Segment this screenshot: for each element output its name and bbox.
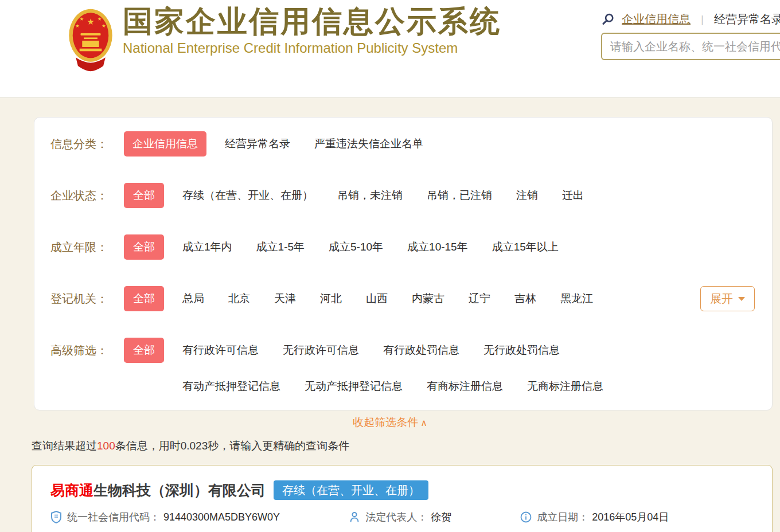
content-area: 信息分类： 企业信用信息 经营异常名录 严重违法失信企业名单 企业状态： 全部 … xyxy=(0,97,780,532)
svg-text:★: ★ xyxy=(98,17,102,22)
filter-option[interactable]: 注销 xyxy=(516,188,538,203)
result-count: 100 xyxy=(97,440,115,452)
search-icon[interactable] xyxy=(601,13,615,26)
company-name-link[interactable]: 易商通生物科技（深圳）有限公司 存续（在营、开业、在册） xyxy=(50,480,772,500)
filter-option[interactable]: 有动产抵押登记信息 xyxy=(182,379,280,394)
field-legal-person: 法定代表人： 徐贺 xyxy=(349,510,451,524)
expand-registry-button[interactable]: 展开 xyxy=(700,286,755,311)
field-label: 统一社会信用代码： xyxy=(67,510,160,524)
filter-option[interactable]: 成立1-5年 xyxy=(256,240,305,255)
filter-label: 成立年限： xyxy=(50,234,124,260)
filter-option[interactable]: 无商标注册信息 xyxy=(527,379,603,394)
filter-row-info-category: 信息分类： 企业信用信息 经营异常名录 严重违法失信企业名单 xyxy=(50,131,772,157)
expand-registry-label: 展开 xyxy=(710,291,733,307)
filter-options-column: 有行政许可信息 无行政许可信息 有行政处罚信息 无行政处罚信息 有动产抵押登记信… xyxy=(182,338,603,395)
filter-selected-enterprise-status[interactable]: 全部 xyxy=(124,183,164,208)
summary-prefix: 查询结果超过 xyxy=(32,440,97,452)
filter-panel: 信息分类： 企业信用信息 经营异常名录 严重违法失信企业名单 企业状态： 全部 … xyxy=(34,117,773,410)
filter-row-establish-years: 成立年限： 全部 成立1年内 成立1-5年 成立5-10年 成立10-15年 成… xyxy=(50,234,772,260)
filter-option[interactable]: 无行政许可信息 xyxy=(283,343,359,358)
field-value: 91440300MA5DBY6W0Y xyxy=(163,511,280,523)
filter-option[interactable]: 河北 xyxy=(320,291,342,306)
filter-option[interactable]: 吊销，未注销 xyxy=(337,188,403,203)
site-titles: 国家企业信用信息公示系统 National Enterprise Credit … xyxy=(123,5,501,56)
filter-option[interactable]: 总局 xyxy=(182,291,204,306)
summary-suffix: 条信息，用时0.023秒，请输入更精确的查询条件 xyxy=(115,440,350,452)
filter-option[interactable]: 有行政处罚信息 xyxy=(383,343,459,358)
filter-label: 企业状态： xyxy=(50,183,124,208)
status-badge: 存续（在营、开业、在册） xyxy=(274,480,428,500)
filter-row-enterprise-status: 企业状态： 全部 存续（在营、开业、在册） 吊销，未注销 吊销，已注销 注销 迁… xyxy=(50,183,772,208)
site-header: ★ ★ ★ ★ ★ 国家企业信用信息公示系统 National Enterpri… xyxy=(0,0,780,97)
filter-selected-establish-years[interactable]: 全部 xyxy=(124,234,164,260)
filter-label: 高级筛选： xyxy=(50,338,124,363)
filter-options: 有动产抵押登记信息 无动产抵押登记信息 有商标注册信息 无商标注册信息 xyxy=(182,378,603,395)
field-label: 法定代表人： xyxy=(365,510,427,524)
top-nav: 企业信用信息 | 经营异常名录 xyxy=(601,11,780,27)
filter-selected-advanced[interactable]: 全部 xyxy=(124,338,164,363)
svg-text:★: ★ xyxy=(75,24,79,29)
filter-option[interactable]: 山西 xyxy=(366,291,388,306)
filter-options: 总局 北京 天津 河北 山西 内蒙古 辽宁 吉林 黑龙江 xyxy=(182,286,593,311)
collapse-filters-link[interactable]: 收起筛选条件∧ xyxy=(0,415,780,430)
filter-option[interactable]: 吉林 xyxy=(514,291,536,306)
filter-options: 成立1年内 成立1-5年 成立5-10年 成立10-15年 成立15年以上 xyxy=(182,234,559,260)
filter-option[interactable]: 辽宁 xyxy=(469,291,490,306)
svg-text:★: ★ xyxy=(87,17,94,26)
credit-code-shield-icon xyxy=(50,511,62,523)
national-emblem-logo: ★ ★ ★ ★ ★ xyxy=(64,5,117,76)
filter-option[interactable]: 存续（在营、开业、在册） xyxy=(182,188,313,203)
result-summary: 查询结果超过100条信息，用时0.023秒，请输入更精确的查询条件 xyxy=(32,439,349,453)
filter-row-registry-authority: 登记机关： 全部 总局 北京 天津 河北 山西 内蒙古 辽宁 吉林 黑龙江 xyxy=(50,286,772,311)
filter-option[interactable]: 严重违法失信企业名单 xyxy=(314,136,423,151)
filter-options: 有行政许可信息 无行政许可信息 有行政处罚信息 无行政处罚信息 xyxy=(182,338,603,363)
field-value: 2016年05月04日 xyxy=(592,510,669,524)
filter-option[interactable]: 北京 xyxy=(228,291,250,306)
filter-option[interactable]: 成立10-15年 xyxy=(407,240,468,255)
filter-option[interactable]: 成立1年内 xyxy=(182,240,232,255)
filter-option[interactable]: 无动产抵押登记信息 xyxy=(305,379,403,394)
filter-option[interactable]: 有行政许可信息 xyxy=(182,343,259,358)
filter-label: 登记机关： xyxy=(50,286,124,311)
field-establish-date: 成立日期： 2016年05月04日 xyxy=(520,510,669,524)
search-input[interactable] xyxy=(601,33,780,60)
company-fields: 统一社会信用代码： 91440300MA5DBY6W0Y 法定代表人： 徐贺 xyxy=(50,510,772,524)
filter-option[interactable]: 内蒙古 xyxy=(412,291,444,306)
field-credit-code: 统一社会信用代码： 91440300MA5DBY6W0Y xyxy=(50,510,280,524)
filter-option[interactable]: 无行政处罚信息 xyxy=(483,343,560,358)
filter-option[interactable]: 吊销，已注销 xyxy=(427,188,492,203)
field-value: 徐贺 xyxy=(431,510,451,524)
filter-options: 存续（在营、开业、在册） 吊销，未注销 吊销，已注销 注销 迁出 xyxy=(182,183,584,208)
field-label: 成立日期： xyxy=(537,510,588,524)
filter-label: 信息分类： xyxy=(50,131,124,157)
collapse-filters-label: 收起筛选条件 xyxy=(353,416,418,428)
filter-option[interactable]: 成立5-10年 xyxy=(329,240,383,255)
filter-options: 经营异常名录 严重违法失信企业名单 xyxy=(225,131,423,157)
filter-row-advanced: 高级筛选： 全部 有行政许可信息 无行政许可信息 有行政处罚信息 无行政处罚信息… xyxy=(50,338,772,395)
filter-option[interactable]: 有商标注册信息 xyxy=(427,379,503,394)
nav-link-abnormal-list[interactable]: 经营异常名录 xyxy=(714,11,780,27)
filter-option[interactable]: 经营异常名录 xyxy=(225,136,290,151)
svg-text:★: ★ xyxy=(80,17,84,22)
nav-link-credit-info[interactable]: 企业信用信息 xyxy=(622,11,691,27)
svg-text:★: ★ xyxy=(102,24,106,29)
filter-selected-info-category[interactable]: 企业信用信息 xyxy=(124,131,206,157)
caret-up-icon: ∧ xyxy=(420,418,427,428)
filter-option[interactable]: 迁出 xyxy=(562,188,584,203)
page: ★ ★ ★ ★ ★ 国家企业信用信息公示系统 National Enterpri… xyxy=(0,0,780,532)
result-card: 易商通生物科技（深圳）有限公司 存续（在营、开业、在册） 统一社会信用代码： 9… xyxy=(32,465,773,532)
establish-date-info-icon xyxy=(520,511,532,523)
site-title-en: National Enterprise Credit Information P… xyxy=(123,40,501,56)
filter-option[interactable]: 天津 xyxy=(274,291,296,306)
filter-option[interactable]: 成立15年以上 xyxy=(492,240,559,255)
company-name-highlight: 易商通 xyxy=(50,481,93,500)
site-title-cn: 国家企业信用信息公示系统 xyxy=(123,5,501,38)
nav-divider: | xyxy=(701,13,704,26)
company-name-rest: 生物科技（深圳）有限公司 xyxy=(93,481,266,500)
filter-selected-registry-authority[interactable]: 全部 xyxy=(124,286,164,311)
legal-person-icon xyxy=(349,511,360,523)
filter-option[interactable]: 黑龙江 xyxy=(560,291,593,306)
caret-down-icon xyxy=(738,297,745,301)
